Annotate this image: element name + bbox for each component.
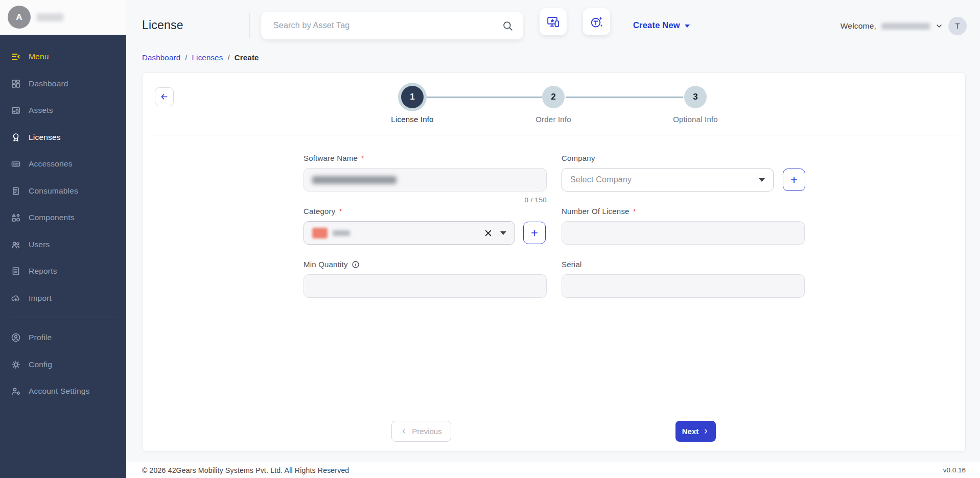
users-icon [11,240,21,250]
required-marker: * [633,207,636,216]
sidebar-item-components[interactable]: Components [0,204,126,231]
number-of-license-label: Number Of License* [562,207,636,216]
workspace-name-redacted [37,13,63,21]
chevron-down-icon [685,25,690,28]
sidebar-item-account-settings[interactable]: Account Settings [0,378,126,405]
device-star-icon [546,15,561,29]
step-3-label: Optional Info [673,115,718,124]
stepper-connector [566,97,683,98]
user-menu[interactable]: Welcome, T [841,17,967,35]
step-1-indicator[interactable]: 1 [401,86,424,108]
sidebar-workspace-header[interactable]: A [0,0,126,35]
licenses-icon [11,132,21,142]
account-settings-icon [11,386,21,396]
dashboard-icon [11,79,21,89]
back-button[interactable] [155,87,174,106]
sidebar-item-reports[interactable]: Reports [0,258,126,285]
plus-icon: + [790,174,798,186]
components-icon [11,212,21,223]
profile-icon [11,332,21,343]
username-redacted [881,23,930,30]
number-of-license-input[interactable] [562,221,805,245]
required-marker: * [339,207,342,216]
previous-button-label: Previous [412,427,441,436]
software-name-value-redacted [312,176,396,184]
software-name-field[interactable] [304,168,547,192]
sidebar-item-import[interactable]: Import [0,285,126,312]
chevron-right-icon [703,428,709,435]
tag-sparkle-icon [590,15,604,29]
next-button-label: Next [682,427,699,436]
software-name-label: Software Name* [304,154,364,162]
serial-label: Serial [562,260,582,269]
arrow-left-icon [159,92,169,102]
next-button[interactable]: Next [675,421,716,442]
stepper-connector [425,97,542,98]
breadcrumb-licenses-link[interactable]: Licenses [192,53,223,62]
breadcrumb: Dashboard / Licenses / Create [142,53,259,62]
category-chip-redacted [312,228,328,238]
sidebar-item-dashboard[interactable]: Dashboard [0,70,126,98]
breadcrumb-separator: / [185,53,187,62]
version-label: v0.0.16 [943,466,966,474]
assets-icon [11,105,21,115]
previous-button[interactable]: Previous [391,421,451,442]
asset-device-button[interactable] [540,8,567,35]
sidebar-item-menu[interactable]: Menu [0,43,126,70]
serial-input[interactable] [562,274,805,298]
min-quantity-input[interactable] [304,274,547,298]
tag-generator-button[interactable] [583,8,610,35]
step-1-label: License Info [391,115,433,124]
search-box [261,12,523,39]
create-new-dropdown[interactable]: Create New [633,20,690,30]
add-category-button[interactable]: + [523,222,546,244]
breadcrumb-dashboard-link[interactable]: Dashboard [142,53,180,62]
accessories-icon [11,159,21,169]
sidebar-divider [10,318,116,318]
breadcrumb-current: Create [235,53,259,62]
company-select[interactable]: Select Company [562,168,774,192]
menu-collapse-icon [11,52,21,62]
chevron-down-icon [500,231,506,235]
consumables-icon [11,186,21,196]
user-avatar[interactable]: T [948,17,967,35]
company-label: Company [562,154,595,162]
step-2-indicator[interactable]: 2 [542,86,565,108]
main-area: License Create New Welcome, [126,0,980,478]
footer: © 2026 42Gears Mobility Systems Pvt. Ltd… [126,462,980,478]
reports-icon [11,266,21,276]
chevron-left-icon [401,428,407,435]
company-select-placeholder: Select Company [570,175,752,184]
sidebar: A Menu Dashboard Assets [0,0,126,478]
search-icon[interactable] [502,20,513,31]
step-2-label: Order Info [535,115,571,124]
copyright-text: © 2026 42Gears Mobility Systems Pvt. Ltd… [142,466,349,474]
sidebar-item-consumables[interactable]: Consumables [0,178,126,205]
welcome-label: Welcome, [841,21,876,31]
sidebar-item-users[interactable]: Users [0,231,126,258]
category-chip-label-redacted [333,230,350,236]
min-quantity-label: Min Quantity [304,260,360,269]
sidebar-nav: Menu Dashboard Assets Licenses [0,35,126,478]
chevron-down-icon [759,178,765,182]
clear-icon[interactable] [483,228,493,238]
step-3-indicator[interactable]: 3 [684,86,707,108]
create-new-label: Create New [633,20,680,30]
add-company-button[interactable]: + [783,169,805,191]
workspace-avatar[interactable]: A [8,6,31,29]
card-divider [150,135,958,135]
sidebar-item-accessories[interactable]: Accessories [0,151,126,178]
license-create-card: 1 2 3 License Info Order Info Optional I… [142,73,966,451]
character-counter: 0 / 150 [304,196,547,204]
sidebar-item-profile[interactable]: Profile [0,324,126,351]
sidebar-item-config[interactable]: Config [0,351,126,378]
required-marker: * [361,154,364,162]
category-label: Category* [304,207,342,216]
plus-icon: + [531,227,538,239]
sidebar-item-assets[interactable]: Assets [0,97,126,124]
search-input[interactable] [273,21,502,30]
chevron-down-icon[interactable] [935,22,943,30]
sidebar-item-licenses[interactable]: Licenses [0,124,126,151]
category-select[interactable] [304,221,515,245]
info-icon[interactable] [352,260,360,269]
